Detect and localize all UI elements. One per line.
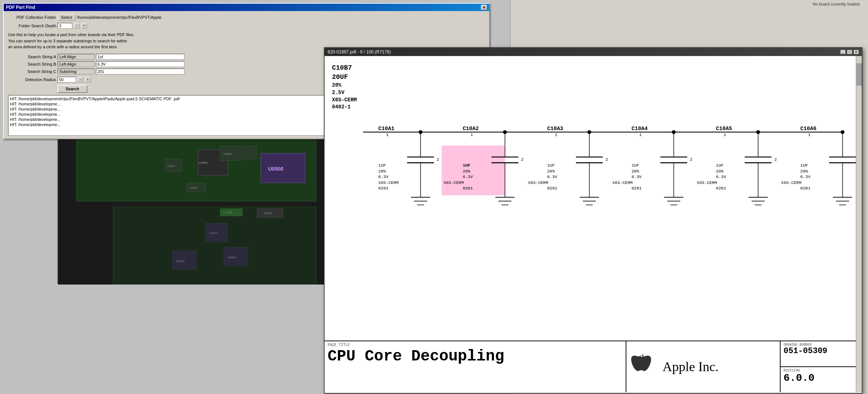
svg-text:1UF: 1UF [378, 163, 386, 168]
svg-text:0201: 0201 [463, 186, 473, 191]
pdf-scrollbar[interactable] [856, 56, 862, 392]
board-j1800-label: J1800 [190, 186, 197, 189]
pdf-minimize-button[interactable]: _ [840, 50, 845, 54]
svg-text:X6S-CERM: X6S-CERM [697, 180, 717, 185]
string-b-label: Search String B [8, 62, 56, 66]
string-a-align-wrapper: Left Align Substring Right Align [58, 54, 94, 60]
svg-text:1UF: 1UF [716, 163, 724, 168]
board-u3900-label: U3900 [199, 161, 208, 164]
pdf-close-button[interactable]: ✕ [854, 50, 859, 54]
svg-text:2: 2 [690, 157, 692, 162]
board-u3701-label: U3701 [209, 231, 218, 235]
folder-label: PDF Collection Folder [8, 15, 56, 20]
string-c-align-select[interactable]: Left Align Substring Right Align [58, 69, 94, 74]
svg-text:6.3V: 6.3V [716, 174, 726, 179]
radius-label: Detection Radius [8, 77, 56, 82]
depth-label: Folder Search Depth [8, 24, 56, 28]
svg-text:0201: 0201 [632, 186, 642, 191]
apple-logo-icon [629, 352, 655, 381]
svg-text:0201: 0201 [716, 186, 726, 191]
capacitor-c10a4: C10A4 1 2 1UF 20% 6.3V X6S-CERM 0201 [612, 126, 692, 205]
board-u8900-label: U8900 [176, 259, 185, 263]
svg-text:0201: 0201 [378, 186, 389, 191]
company-section: Apple Inc. [626, 341, 781, 392]
svg-text:20%: 20% [378, 169, 386, 174]
svg-text:2: 2 [521, 157, 523, 162]
revision-section: REVISION 6.0.0 [781, 367, 862, 392]
bottom-board: J7501 J8500 U3701 U8900 U8500 [113, 207, 316, 285]
page-title-section: PAGE TITLE CPU Core Decoupling [325, 341, 626, 392]
folder-path: /home/pld/development/ctpc/FlexBVPVT/App… [77, 15, 162, 20]
svg-text:1: 1 [724, 132, 726, 137]
dialog-close-button[interactable]: ✕ [481, 5, 487, 10]
drawing-number-section: DRAWING NUMBER 051-05309 [781, 341, 862, 367]
svg-text:C10A4: C10A4 [632, 126, 648, 132]
svg-text:X6S-CERM: X6S-CERM [781, 180, 802, 185]
svg-text:1: 1 [639, 132, 642, 137]
search-button[interactable]: Search [58, 85, 87, 93]
pdf-schematic-area[interactable]: C10B7 20UF 20% 2.5V X6S-CERM 0402-1 [325, 56, 862, 392]
svg-text:6.3V: 6.3V [378, 174, 389, 179]
svg-text:20%: 20% [547, 169, 555, 174]
depth-plus-button[interactable]: + [81, 23, 87, 28]
revision-value: 6.0.0 [784, 372, 859, 384]
svg-text:C10A5: C10A5 [716, 126, 732, 132]
pdf-viewer-window-controls: _ □ ✕ [840, 50, 859, 54]
svg-text:2: 2 [774, 157, 777, 162]
drawing-number-value: 051-05309 [784, 346, 859, 356]
string-a-label: Search String A [8, 55, 56, 59]
svg-text:20%: 20% [632, 169, 639, 174]
svg-text:6.3V: 6.3V [547, 174, 557, 179]
svg-text:1: 1 [470, 132, 473, 137]
string-c-value-input[interactable] [96, 69, 184, 74]
pdf-maximize-button[interactable]: □ [847, 50, 852, 54]
depth-input[interactable] [58, 23, 72, 29]
help-line-2: You can search for up to 3 separate subs… [8, 38, 485, 44]
string-a-value-input[interactable] [96, 54, 184, 60]
depth-row: Folder Search Depth − + [8, 23, 485, 29]
pdf-content-area: C10B7 20UF 20% 2.5V X6S-CERM 0402-1 [325, 56, 862, 392]
folder-select-button[interactable]: Select [58, 14, 76, 21]
dialog-titlebar: PDF Part Find ✕ [4, 4, 489, 11]
svg-text:X6S-CERM: X6S-CERM [378, 180, 399, 185]
radius-input[interactable] [58, 77, 76, 83]
revision-label: REVISION [784, 369, 859, 372]
radius-plus-button[interactable]: + [85, 77, 91, 82]
board-j7501-label: J7501 [225, 211, 233, 214]
page-title-label: PAGE TITLE [328, 343, 623, 347]
board-u8500-label: U8500 [228, 256, 236, 259]
scrollbar-thumb[interactable] [857, 63, 862, 86]
svg-text:1UF: 1UF [547, 163, 555, 168]
svg-text:6.3V: 6.3V [632, 174, 642, 179]
pdf-viewer-title: 820-01987.pdf - 9 / 100 (R7178) [328, 49, 391, 55]
svg-text:1UF: 1UF [463, 163, 470, 168]
string-b-align-wrapper: Left Align Substring Right Align [58, 61, 94, 67]
pdf-viewer-titlebar: 820-01987.pdf - 9 / 100 (R7178) _ □ ✕ [325, 48, 862, 56]
capacitor-c10a1: C10A1 1 2 1UF 20% 6.3V X6S-CER [378, 126, 439, 205]
svg-text:2: 2 [605, 157, 608, 162]
svg-text:1: 1 [555, 132, 557, 137]
string-a-align-select[interactable]: Left Align Substring Right Align [58, 54, 94, 60]
svg-text:6.3V: 6.3V [463, 174, 473, 179]
svg-text:20%: 20% [800, 169, 808, 174]
page-title-value: CPU Core Decoupling [328, 348, 623, 365]
drawing-info-block: DRAWING NUMBER 051-05309 REVISION 6.0.0 [781, 341, 862, 392]
svg-text:C10A6: C10A6 [800, 126, 817, 132]
svg-rect-8 [242, 146, 257, 159]
radius-minus-button[interactable]: − [77, 77, 83, 82]
svg-marker-13 [113, 207, 316, 285]
board-u8800-label: U8800 [223, 152, 232, 156]
svg-text:C10A2: C10A2 [463, 126, 479, 132]
svg-text:6.3V: 6.3V [800, 174, 811, 179]
svg-text:C10A1: C10A1 [378, 126, 395, 132]
depth-minus-button[interactable]: − [74, 23, 80, 28]
string-b-align-select[interactable]: Left Align Substring Right Align [58, 61, 94, 67]
drawing-number-label: DRAWING NUMBER [784, 343, 859, 346]
no-board-label: No board currently loaded. [813, 2, 861, 6]
svg-text:1UF: 1UF [800, 163, 808, 168]
board-u2800-label: U2800 [167, 165, 175, 167]
svg-text:20%: 20% [463, 169, 470, 174]
svg-text:C10A3: C10A3 [547, 126, 563, 132]
string-b-value-input[interactable] [96, 61, 184, 67]
svg-text:1: 1 [808, 132, 810, 137]
